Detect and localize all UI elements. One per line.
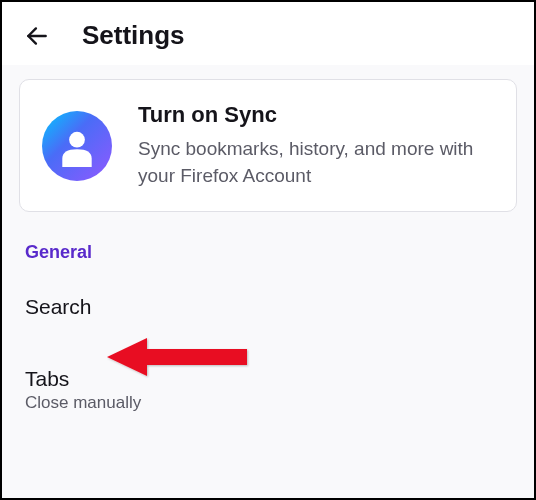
sync-text: Turn on Sync Sync bookmarks, history, an… [138, 102, 494, 189]
settings-item-title: Tabs [25, 367, 511, 391]
sync-description: Sync bookmarks, history, and more with y… [138, 136, 494, 189]
sync-card[interactable]: Turn on Sync Sync bookmarks, history, an… [19, 79, 517, 212]
svg-point-1 [69, 131, 85, 147]
settings-item-title: Search [25, 295, 511, 319]
sync-title: Turn on Sync [138, 102, 494, 128]
arrow-left-icon [24, 23, 50, 49]
header: Settings [2, 2, 534, 65]
sync-avatar-icon [42, 111, 112, 181]
settings-item-search[interactable]: Search [19, 271, 517, 343]
back-button[interactable] [22, 21, 52, 51]
settings-item-subtitle: Close manually [25, 393, 511, 413]
page-title: Settings [82, 20, 185, 51]
content-area: Turn on Sync Sync bookmarks, history, an… [2, 65, 534, 500]
settings-item-tabs[interactable]: Tabs Close manually [19, 343, 517, 437]
section-header-general: General [19, 212, 517, 271]
